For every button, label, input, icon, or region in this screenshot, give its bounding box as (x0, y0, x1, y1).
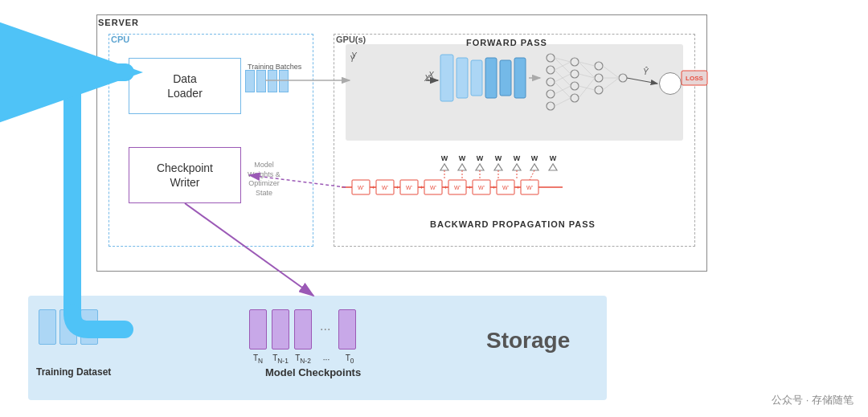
forward-pass-label: FORWARD PASS (466, 38, 547, 47)
checkpoint-label-row: TN TN-1 TN-2 ··· T0 (249, 354, 358, 365)
y-label: Y (350, 55, 355, 63)
checkpoint-item-1 (249, 309, 267, 350)
mini-batch-2 (256, 70, 266, 92)
cpu-label: CPU (111, 35, 129, 44)
checkpoint-dots: ··· (320, 322, 330, 337)
diagram-container: SERVER CPU GPU(s) FORWARD PASS DataLoade… (0, 0, 868, 417)
watermark: 公众号 · 存储随笔 (772, 393, 854, 407)
data-loader-text: DataLoader (167, 72, 203, 100)
dataset-dots: ··· (104, 320, 115, 334)
model-checkpoints-label: Model Checkpoints (265, 366, 361, 378)
cp-label-tn: TN (249, 354, 267, 365)
x-label: X (424, 74, 430, 83)
data-loader-box: DataLoader (129, 58, 241, 114)
dataset-item-2 (59, 309, 77, 345)
checkpoint-item-3 (294, 309, 312, 350)
checkpoint-item-4 (338, 309, 356, 350)
mini-batches (245, 70, 289, 92)
loss-circle (659, 72, 682, 95)
training-dataset-label: Training Dataset (36, 366, 111, 378)
forward-pass-area (346, 44, 683, 141)
server-label: SERVER (98, 18, 139, 27)
mini-batch-4 (279, 70, 289, 92)
checkpoint-items: ··· (249, 309, 356, 350)
checkpoint-writer-text: CheckpointWriter (157, 161, 213, 190)
mini-batch-3 (268, 70, 277, 92)
cp-label-tn2: TN-2 (294, 354, 312, 365)
cp-label-dots: ··· (317, 355, 336, 364)
backward-pass-label: BACKWARD PROPAGATION PASS (430, 219, 596, 229)
dataset-item-1 (39, 309, 56, 345)
gpu-label: GPU(s) (336, 35, 366, 44)
cp-label-t0: T0 (341, 354, 358, 365)
dataset-item-3 (80, 309, 98, 345)
loss-label: LOSS (686, 74, 706, 82)
cp-label-tn1: TN-1 (272, 354, 289, 365)
dataset-items: ··· (39, 309, 118, 345)
model-weights-label: ModelWeights &OptimizerState (248, 161, 280, 198)
checkpoint-writer-box: CheckpointWriter (129, 147, 241, 203)
checkpoint-item-2 (272, 309, 289, 350)
mini-batch-1 (245, 70, 255, 92)
storage-label: Storage (486, 328, 570, 354)
